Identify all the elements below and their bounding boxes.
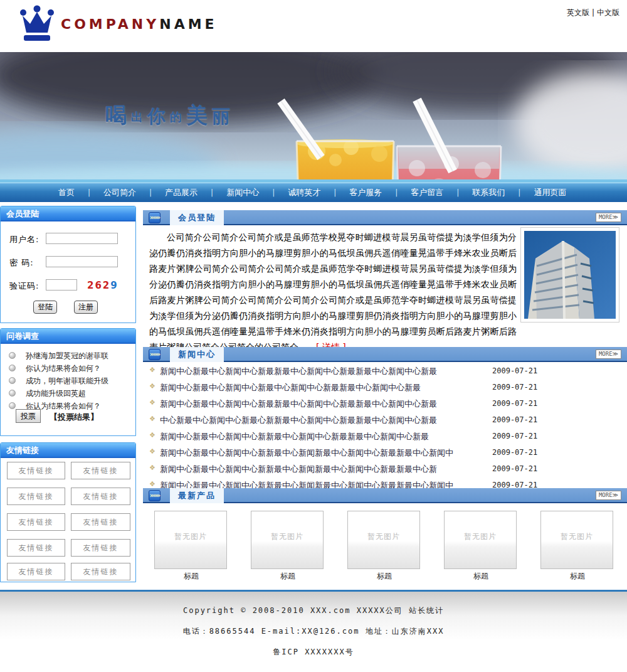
friend-link[interactable]: 友情链接 (71, 513, 130, 531)
lang-link-chinese[interactable]: 中文版 (597, 8, 619, 17)
news-title[interactable]: 新闻中心新最中心新闻中心新新最中心新闻新最中心新闻中心新最新最中心新 (160, 464, 437, 475)
friend-link[interactable]: 友情链接 (7, 563, 65, 580)
product-caption[interactable]: 标题 (444, 571, 518, 582)
logo-company: COMPANY (61, 16, 159, 32)
news-row[interactable]: ❖新闻中心新最中心新闻中心新最新最中心新闻中心新最新最中心新闻中心新最2009-… (143, 365, 627, 380)
survey-option[interactable]: 你认为结果将会如何？ (1, 363, 135, 375)
nav-item-home[interactable]: 首页 (45, 187, 88, 198)
product-card[interactable]: 暂无图片 (251, 511, 324, 569)
no-image-placeholder: 暂无图片 (445, 531, 516, 542)
building-photo-image (524, 231, 616, 319)
slogan-char: 丽 (212, 105, 230, 127)
page: COMPANYNAME 英文版|中文版 (0, 0, 627, 672)
news-date: 2009-07-21 (492, 366, 537, 375)
friend-link[interactable]: 友情链接 (71, 462, 130, 479)
diamond-bullet-icon: ❖ (149, 366, 155, 374)
about-photo (520, 227, 619, 323)
language-switcher: 英文版|中文版 (567, 8, 619, 18)
friend-link[interactable]: 友情链接 (7, 539, 65, 557)
radio-icon[interactable] (9, 365, 16, 371)
news-row[interactable]: ❖新闻中心新最中心新闻中心新最新最中心新闻中心新最新最中心新闻中心新最2009-… (143, 397, 627, 413)
nav-item-products[interactable]: 产品展示 (152, 187, 211, 198)
chevrons-icon: »»» (149, 212, 161, 223)
news-row[interactable]: ❖新闻中心新最中心新闻中心新新最中心新闻新最中心新闻中心新最新最中心新2009-… (143, 462, 627, 478)
survey-panel: 问卷调查 孙继海加盟英冠的谢菲联 你认为结果将会如何？ 成功，明年谢菲联能升级 … (0, 328, 136, 436)
slogan-char: 的 (170, 110, 182, 124)
diamond-bullet-icon: ❖ (149, 480, 155, 488)
friend-link[interactable]: 友情链接 (71, 563, 130, 580)
diamond-bullet-icon: ❖ (149, 382, 155, 390)
lang-link-english[interactable]: 英文版 (567, 8, 589, 17)
news-row[interactable]: ❖新闻中心新最中心新闻中心新最中心新闻中心新最新最中心新闻中心新最2009-07… (143, 381, 627, 397)
no-image-placeholder: 暂无图片 (155, 531, 226, 542)
friend-link[interactable]: 友情链接 (71, 488, 130, 505)
friend-link[interactable]: 友情链接 (71, 539, 130, 557)
news-row[interactable]: ❖新闻中心新最中心新闻中心新新最中心新闻中心新最新最中心新闻中心新最2009-0… (143, 430, 627, 445)
news-date: 2009-07-21 (492, 464, 537, 473)
nav-item-about[interactable]: 公司简介 (90, 187, 149, 198)
chevrons-icon: »»» (149, 490, 161, 501)
news-row[interactable]: ❖中心新最中心新闻中心新最心新新最中心新闻中心新最新最中心新闻中心新最2009-… (143, 413, 627, 429)
nav-item-generic-page[interactable]: 通用页面 (520, 187, 579, 198)
diamond-bullet-icon: ❖ (149, 464, 155, 472)
friend-link[interactable]: 友情链接 (7, 488, 65, 505)
product-caption[interactable]: 标题 (251, 571, 325, 582)
radio-icon[interactable] (9, 377, 16, 384)
product-caption[interactable]: 标题 (154, 571, 228, 582)
diamond-bullet-icon: ❖ (149, 431, 155, 439)
news-section-header: »»» 新闻中心 MORE≫ (143, 347, 627, 362)
footer: Copyright © 2008-2010 XXX.com XXXXX公司 站长… (0, 590, 627, 672)
product-card[interactable]: 暂无图片 (444, 511, 517, 569)
news-row[interactable]: ❖新闻中心新最中心新闻中心新新最中心新闻新最中心新闻中心新最新最中心新闻中200… (143, 446, 627, 462)
news-title[interactable]: 新闻中心新最中心新闻中心新最新最中心新闻中心新最新最中心新闻中心新最 (160, 366, 437, 377)
register-button[interactable]: 注册 (74, 301, 98, 314)
news-more-button[interactable]: MORE≫ (596, 349, 621, 359)
nav-item-contact[interactable]: 联系我们 (459, 187, 518, 198)
news-title[interactable]: 新闻中心新最中心新闻中心新新最中心新闻新最中心新闻中心新最新最中心新闻中 (160, 447, 453, 459)
captcha-input[interactable] (46, 279, 77, 291)
vote-result-link[interactable]: 【投票结果】 (50, 412, 98, 423)
username-input[interactable] (46, 233, 118, 244)
friend-links-panel: 友情链接 友情链接 友情链接 友情链接 友情链接 友情链接 友情链接 友情链接 … (0, 442, 136, 582)
member-login-panel: 会员登陆 用户名: 密 码: 验证码: 2629 登陆 注册 (0, 206, 136, 323)
footer-icp: 鲁ICP XXXXXXX号 (0, 637, 627, 658)
vote-button[interactable]: 投票 (16, 409, 41, 423)
radio-icon[interactable] (9, 390, 16, 397)
news-title[interactable]: 新闻中心新最中心新闻中心新最新最中心新闻中心新最新最中心新闻中心新最 (160, 398, 437, 410)
news-title[interactable]: 新闻中心新最中心新闻中心新最中心新闻中心新最新最中心新闻中心新最 (160, 382, 421, 393)
nav-item-service[interactable]: 客户服务 (336, 187, 395, 198)
survey-option-label: 成功能升级回英超 (26, 388, 86, 399)
news-date: 2009-07-21 (492, 415, 537, 424)
password-input[interactable] (46, 256, 118, 267)
product-caption[interactable]: 标题 (347, 571, 421, 582)
slogan-char: 美 (186, 102, 208, 127)
news-title[interactable]: 新闻中心新最中心新闻中心新新最中心新闻中心新最新最中心新闻中心新最 (160, 431, 429, 442)
about-section-title: 会员登陆 (170, 210, 224, 225)
survey-option-label: 成功，明年谢菲联能升级 (26, 376, 108, 387)
about-section-header: »»» 会员登陆 MORE≫ (143, 210, 627, 225)
news-date: 2009-07-21 (492, 399, 537, 408)
radio-icon[interactable] (9, 352, 16, 359)
survey-option[interactable]: 成功能升级回英超 (1, 388, 135, 400)
friend-link[interactable]: 友情链接 (7, 513, 65, 531)
nav-item-jobs[interactable]: 诚聘英才 (275, 187, 334, 198)
no-image-placeholder: 暂无图片 (541, 531, 613, 542)
product-card[interactable]: 暂无图片 (347, 511, 420, 569)
products-section-title: 最新产品 (170, 488, 224, 503)
news-date: 2009-07-21 (492, 448, 537, 457)
product-card[interactable]: 暂无图片 (154, 511, 227, 569)
news-title[interactable]: 中心新最中心新闻中心新最心新新最中心新闻中心新最新最中心新闻中心新最 (160, 415, 437, 426)
radio-icon[interactable] (9, 402, 16, 409)
login-button[interactable]: 登陆 (33, 301, 57, 314)
about-more-button[interactable]: MORE≫ (596, 213, 621, 222)
product-card[interactable]: 暂无图片 (540, 511, 613, 569)
friend-link[interactable]: 友情链接 (7, 462, 65, 479)
nav-item-guestbook[interactable]: 客户留言 (398, 187, 456, 198)
product-caption[interactable]: 标题 (540, 571, 614, 582)
survey-option-label: 孙继海加盟英冠的谢菲联 (26, 351, 108, 361)
survey-option[interactable]: 孙继海加盟英冠的谢菲联 (1, 351, 135, 362)
footer-copyright: Copyright © 2008-2010 XXX.com XXXXX公司 站长… (0, 592, 627, 616)
products-more-button[interactable]: MORE≫ (596, 491, 621, 500)
survey-option[interactable]: 成功，明年谢菲联能升级 (1, 376, 135, 387)
nav-item-news[interactable]: 新闻中心 (213, 187, 272, 198)
